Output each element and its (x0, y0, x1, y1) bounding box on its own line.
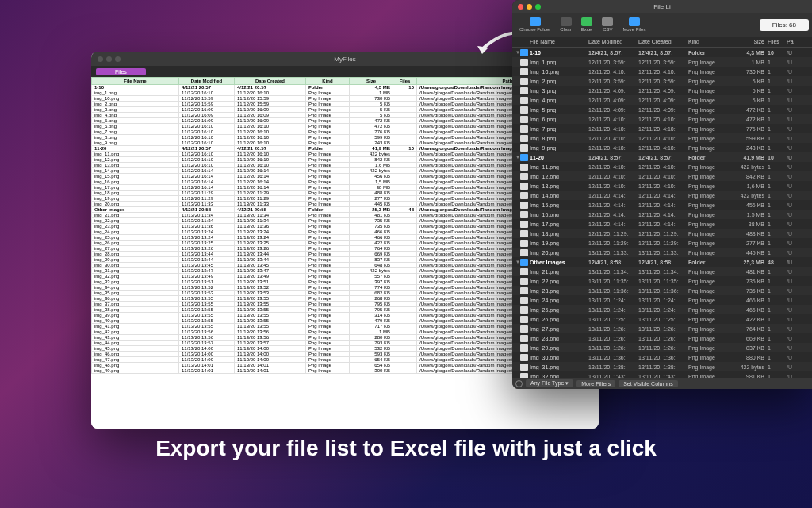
column-headers[interactable]: File Name Date Modified Date Created Kin… (512, 37, 812, 48)
table-row[interactable]: Img_4.png12/11/20, 4:09:12/11/20, 4:09:P… (512, 95, 812, 105)
image-icon (520, 59, 528, 66)
image-icon (520, 221, 528, 228)
filter-filetype[interactable]: Any File Type ▾ (526, 379, 573, 387)
app-title: File Li (512, 3, 812, 10)
table-row[interactable]: Img_30.png13/11/20, 1:36:13/11/20, 1:36:… (512, 352, 812, 362)
image-icon (520, 116, 528, 123)
table-row[interactable]: Img_3.png12/11/20, 4:09:12/11/20, 4:09:P… (512, 86, 812, 95)
more-filters-button[interactable]: More Filters (576, 380, 615, 387)
file-list[interactable]: ▼1-1012/4/21, 8:57:12/4/21, 8:57:Folder4… (512, 48, 812, 378)
image-icon (520, 144, 528, 152)
marketing-caption: Export your file list to Excel file with… (0, 433, 812, 464)
visible-columns-button[interactable]: Set Visible Columns (619, 380, 678, 387)
table-row[interactable]: Img_31.png13/11/20, 1:38:13/11/20, 1:38:… (512, 362, 812, 371)
excel-sheet-tab[interactable]: Files (96, 68, 146, 75)
excel-col-header[interactable]: Files (393, 78, 417, 85)
table-row[interactable]: Img_28.png13/11/20, 1:26:13/11/20, 1:26:… (512, 333, 812, 343)
table-row[interactable]: ▼Other Images12/4/21, 8:58:12/4/21, 8:58… (512, 257, 812, 267)
table-row[interactable]: Img_9.png12/11/20, 4:10:12/11/20, 4:10:P… (512, 143, 812, 152)
clear-button[interactable]: Clear (556, 17, 575, 32)
image-icon (520, 240, 528, 247)
table-row[interactable]: Img_25.png13/11/20, 1:24:13/11/20, 1:24:… (512, 305, 812, 314)
col-filename[interactable]: File Name (530, 39, 588, 44)
table-row[interactable]: Img_17.png12/11/20, 4:14:12/11/20, 4:14:… (512, 219, 812, 229)
table-row[interactable]: Img_32.png13/11/20, 1:43:13/11/20, 1:43:… (512, 371, 812, 378)
image-icon (520, 325, 528, 333)
image-icon (520, 306, 528, 314)
image-icon (520, 249, 528, 256)
table-row[interactable]: Img_11.png12/11/20, 4:10:12/11/20, 4:10:… (512, 162, 812, 171)
image-icon (520, 97, 528, 104)
table-row[interactable]: Img_8.png12/11/20, 4:10:12/11/20, 4:10:P… (512, 133, 812, 143)
excel-col-header[interactable]: Date Modified (179, 78, 235, 85)
table-row[interactable]: Img_15.png12/11/20, 4:14:12/11/20, 4:14:… (512, 200, 812, 210)
image-icon (520, 78, 528, 85)
clear-icon (561, 17, 572, 26)
image-icon (520, 230, 528, 237)
table-row[interactable]: Img_5.png12/11/20, 4:09:12/11/20, 4:09:P… (512, 105, 812, 114)
col-path[interactable]: Pa (787, 39, 812, 44)
csv-export-button[interactable]: CSV (598, 17, 617, 32)
table-row[interactable]: Img_24.png13/11/20, 1:24:13/11/20, 1:24:… (512, 295, 812, 305)
table-row[interactable]: Img_29.png13/11/20, 1:26:13/11/20, 1:26:… (512, 343, 812, 352)
excel-col-header[interactable]: Date Created (235, 78, 306, 85)
table-row[interactable]: Img_7.png12/11/20, 4:10:12/11/20, 4:10:P… (512, 124, 812, 133)
table-row[interactable]: Img_26.png13/11/20, 1:25:13/11/20, 1:25:… (512, 314, 812, 324)
col-kind[interactable]: Kind (688, 39, 734, 44)
table-row[interactable]: Img_18.png12/11/20, 11:29:12/11/20, 11:2… (512, 229, 812, 238)
image-icon (520, 297, 528, 304)
gear-icon[interactable] (515, 380, 523, 387)
col-date-created[interactable]: Date Created (638, 39, 688, 44)
move-files-button[interactable]: Move Files (619, 17, 649, 32)
image-icon (520, 335, 528, 342)
folder-icon (530, 17, 541, 26)
folder-icon (520, 49, 528, 56)
image-icon (520, 173, 528, 180)
excel-col-header[interactable]: Size (350, 78, 393, 85)
excel-export-button[interactable]: Excel (577, 17, 597, 32)
move-icon (629, 17, 640, 26)
excel-col-header[interactable]: Kind (306, 78, 350, 85)
app-titlebar: File Li (512, 0, 812, 13)
image-icon (520, 278, 528, 285)
table-row[interactable]: Img_12.png12/11/20, 4:10:12/11/20, 4:10:… (512, 171, 812, 181)
app-footer: Any File Type ▾ More Filters Set Visible… (512, 378, 812, 389)
image-icon (520, 183, 528, 190)
file-counter: Files: 68 (760, 19, 809, 31)
col-size[interactable]: Size (734, 39, 768, 44)
table-row[interactable]: Img_13.png12/11/20, 4:10:12/11/20, 4:10:… (512, 181, 812, 190)
image-icon (520, 106, 528, 114)
table-row[interactable]: Img_14.png12/11/20, 4:14:12/11/20, 4:14:… (512, 190, 812, 200)
image-icon (520, 344, 528, 352)
csv-icon (602, 17, 613, 26)
image-icon (520, 87, 528, 94)
image-icon (520, 68, 528, 75)
folder-icon (520, 259, 528, 266)
choose-folder-button[interactable]: Choose Folder (515, 17, 554, 32)
table-row[interactable]: Img_23.png13/11/20, 11:36:13/11/20, 11:3… (512, 286, 812, 295)
table-row[interactable]: Img_2.png12/11/20, 3:59:12/11/20, 3:59:P… (512, 76, 812, 86)
table-row[interactable]: ▼1-1012/4/21, 8:57:12/4/21, 8:57:Folder4… (512, 48, 812, 57)
image-icon (520, 125, 528, 133)
image-icon (520, 211, 528, 218)
image-icon (520, 373, 528, 379)
table-row[interactable]: Img_22.png13/11/20, 11:35:13/11/20, 11:3… (512, 276, 812, 286)
table-row[interactable]: Img_10.png12/11/20, 4:10:12/11/20, 4:10:… (512, 67, 812, 76)
col-date-modified[interactable]: Date Modified (588, 39, 638, 44)
table-row[interactable]: Img_6.png12/11/20, 4:10:12/11/20, 4:10:P… (512, 114, 812, 124)
excel-icon (581, 17, 592, 26)
table-row[interactable]: Img_21.png13/11/20, 11:34:13/11/20, 11:3… (512, 267, 812, 276)
image-icon (520, 202, 528, 209)
table-row[interactable]: ▼11-2012/4/21, 8:57:12/4/21, 8:57:Folder… (512, 152, 812, 162)
col-files[interactable]: Files (768, 39, 787, 44)
folder-icon (520, 154, 528, 161)
image-icon (520, 164, 528, 171)
image-icon (520, 354, 528, 361)
excel-col-header[interactable]: File Name (92, 78, 179, 85)
table-row[interactable]: Img_19.png12/11/20, 11:29:12/11/20, 11:2… (512, 238, 812, 248)
table-row[interactable]: Img_16.png12/11/20, 4:14:12/11/20, 4:14:… (512, 210, 812, 219)
table-row[interactable]: Img_20.png13/11/20, 11:33:13/11/20, 11:3… (512, 248, 812, 257)
image-icon (520, 268, 528, 275)
table-row[interactable]: Img_27.png13/11/20, 1:26:13/11/20, 1:26:… (512, 324, 812, 333)
table-row[interactable]: Img_1.png12/11/20, 3:59:12/11/20, 3:59:P… (512, 57, 812, 67)
